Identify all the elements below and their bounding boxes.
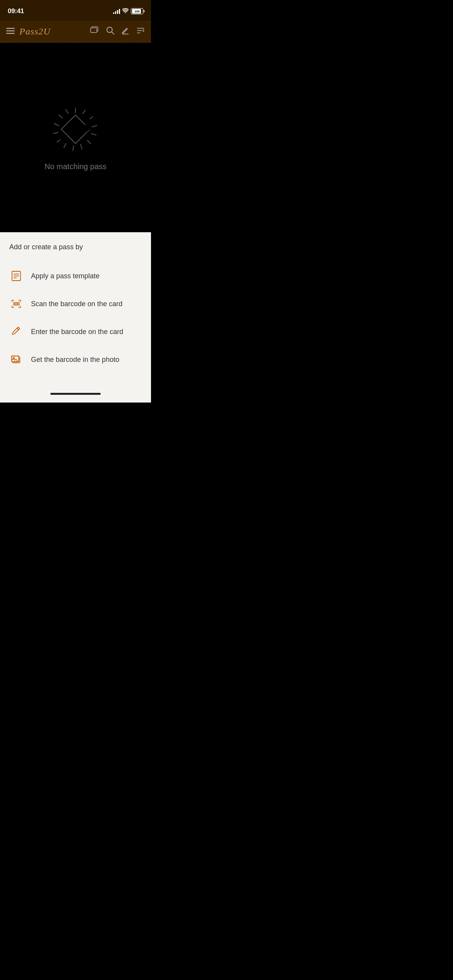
- svg-line-23: [53, 132, 58, 134]
- sort-icon[interactable]: [136, 26, 145, 37]
- template-icon: [9, 269, 23, 283]
- no-match-placeholder: No matching pass: [45, 104, 106, 171]
- scan-barcode-item[interactable]: Scan the barcode on the card: [9, 290, 142, 318]
- svg-line-39: [17, 328, 19, 330]
- svg-point-6: [107, 27, 112, 33]
- cards-icon[interactable]: [90, 26, 99, 37]
- app-logo: Pass2U: [19, 26, 90, 37]
- wifi-icon: [122, 8, 129, 14]
- home-bar: [50, 393, 101, 395]
- nav-bar: Pass2U: [0, 21, 151, 43]
- svg-line-15: [90, 117, 93, 119]
- svg-line-16: [92, 125, 97, 127]
- apply-template-label: Apply a pass template: [31, 272, 100, 280]
- photo-barcode-item[interactable]: Get the barcode in the photo: [9, 346, 142, 373]
- edit-barcode-icon: [9, 325, 23, 339]
- svg-line-7: [112, 32, 114, 34]
- search-icon[interactable]: [106, 26, 115, 37]
- apply-template-item[interactable]: Apply a pass template: [9, 262, 142, 290]
- svg-line-18: [88, 140, 91, 144]
- svg-rect-1: [6, 31, 15, 32]
- svg-line-25: [59, 115, 62, 118]
- svg-line-17: [91, 134, 96, 135]
- svg-line-20: [73, 146, 74, 151]
- svg-line-21: [64, 144, 66, 147]
- status-bar: 09:41 100: [0, 0, 151, 21]
- ticket-icon-container: [50, 104, 101, 154]
- edit-icon[interactable]: [122, 26, 129, 37]
- svg-line-14: [83, 110, 85, 114]
- section-title: Add or create a pass by: [9, 243, 142, 251]
- hamburger-menu-icon[interactable]: [6, 27, 15, 36]
- status-icons: 100: [113, 8, 143, 14]
- photo-barcode-label: Get the barcode in the photo: [31, 356, 119, 364]
- action-list: Apply a pass template: [9, 262, 142, 373]
- svg-line-19: [81, 144, 82, 149]
- ticket-with-rays-icon: [50, 104, 101, 154]
- no-match-text: No matching pass: [45, 162, 106, 171]
- camera-area: No matching pass: [0, 43, 151, 232]
- home-indicator: [0, 389, 151, 403]
- scan-barcode-label: Scan the barcode on the card: [31, 300, 122, 308]
- svg-rect-2: [6, 33, 15, 34]
- photo-icon: [9, 353, 23, 367]
- enter-barcode-label: Enter the barcode on the card: [31, 328, 123, 336]
- svg-rect-5: [91, 28, 97, 33]
- svg-line-22: [57, 140, 60, 142]
- scan-icon: [9, 297, 23, 311]
- svg-rect-28: [82, 123, 91, 132]
- svg-line-24: [54, 123, 59, 126]
- nav-actions: [90, 26, 145, 37]
- svg-line-26: [66, 110, 68, 113]
- status-time: 09:41: [8, 7, 24, 15]
- signal-icon: [113, 9, 120, 14]
- bottom-section: Add or create a pass by Apply a pass tem…: [0, 232, 151, 389]
- svg-rect-0: [6, 28, 15, 29]
- enter-barcode-item[interactable]: Enter the barcode on the card: [9, 318, 142, 346]
- battery-icon: 100: [131, 8, 143, 14]
